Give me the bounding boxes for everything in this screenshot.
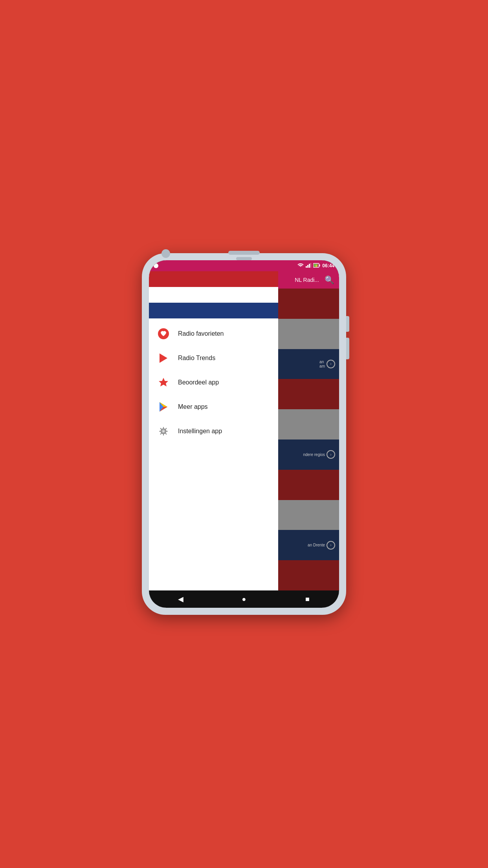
- app-content: NL Radi... 🔍 anam ›: [149, 271, 339, 590]
- dutch-flag: [149, 271, 278, 318]
- flag-blue-stripe: [149, 303, 278, 318]
- star-icon: [157, 376, 170, 389]
- speaker-top: [228, 251, 260, 255]
- heart-icon: [157, 327, 170, 340]
- svg-text:⚡: ⚡: [315, 264, 318, 268]
- home-button[interactable]: ●: [235, 590, 253, 608]
- signal-icon: [306, 263, 311, 268]
- phone-screen: ⚡ 06:44 NL Radi... 🔍: [149, 260, 339, 608]
- svg-point-16: [162, 430, 165, 432]
- menu-item-meer-apps[interactable]: Meer apps: [149, 395, 278, 419]
- circle-arrow-2[interactable]: ›: [327, 450, 335, 459]
- svg-rect-1: [307, 265, 308, 268]
- circle-arrow-1[interactable]: ›: [327, 360, 335, 368]
- playstore-icon: [157, 400, 170, 414]
- status-bar: ⚡ 06:44: [149, 260, 339, 271]
- navigation-bar: ◀ ● ■: [149, 590, 339, 608]
- svg-rect-6: [319, 265, 320, 267]
- status-left: [154, 263, 158, 268]
- row-text-2: ndere regios: [303, 452, 325, 457]
- speaker-small: [236, 257, 252, 260]
- volume-up-button[interactable]: [346, 316, 349, 332]
- row-text-1: anam: [319, 360, 325, 368]
- navigation-drawer: Radio favorieten Radio Trends: [149, 271, 278, 590]
- menu-item-instellingen[interactable]: Instellingen app: [149, 419, 278, 443]
- battery-icon: ⚡: [313, 263, 320, 268]
- search-button[interactable]: 🔍: [325, 275, 334, 285]
- wifi-icon: [297, 263, 304, 268]
- circle-arrow-3[interactable]: ›: [327, 541, 335, 550]
- screen: ⚡ 06:44 NL Radi... 🔍: [149, 260, 339, 608]
- row-text-3: an Drente: [308, 543, 325, 547]
- svg-rect-2: [309, 264, 310, 268]
- volume-down-button[interactable]: [346, 338, 349, 359]
- svg-rect-0: [306, 266, 307, 268]
- notification-dot: [154, 263, 158, 268]
- flag-white-stripe: [149, 287, 278, 303]
- menu-item-favorieten[interactable]: Radio favorieten: [149, 322, 278, 346]
- drawer-menu-list: Radio favorieten Radio Trends: [149, 318, 278, 590]
- menu-label-beoordeel: Beoordeel app: [178, 379, 219, 386]
- menu-item-beoordeel[interactable]: Beoordeel app: [149, 370, 278, 395]
- play-icon: [157, 351, 170, 365]
- time-display: 06:44: [322, 263, 334, 268]
- front-camera: [161, 249, 170, 258]
- gear-icon: [157, 425, 170, 438]
- svg-marker-9: [159, 378, 168, 386]
- status-right: ⚡ 06:44: [297, 263, 334, 268]
- menu-label-favorieten: Radio favorieten: [178, 330, 224, 337]
- menu-item-trends[interactable]: Radio Trends: [149, 346, 278, 370]
- menu-label-instellingen: Instellingen app: [178, 428, 222, 435]
- flag-red-stripe: [149, 271, 278, 287]
- svg-rect-3: [310, 263, 311, 268]
- menu-label-meer-apps: Meer apps: [178, 403, 208, 410]
- phone-frame: ⚡ 06:44 NL Radi... 🔍: [142, 253, 346, 615]
- recent-button[interactable]: ■: [299, 590, 316, 608]
- back-button[interactable]: ◀: [172, 590, 189, 608]
- menu-label-trends: Radio Trends: [178, 355, 215, 362]
